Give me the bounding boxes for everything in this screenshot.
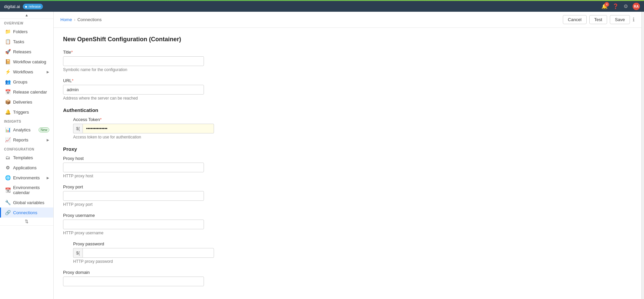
nav-right: 🔔 4 ❓ ⚙ RA bbox=[601, 3, 640, 10]
sidebar-item-workflows[interactable]: ⚡ Workflows ▶ bbox=[0, 67, 53, 77]
help-icon[interactable]: ❓ bbox=[612, 3, 619, 9]
chevron-right-icon: ▶ bbox=[47, 138, 49, 142]
save-button[interactable]: Save bbox=[610, 15, 630, 24]
sidebar-item-environments[interactable]: 🌐 Environments ▶ bbox=[0, 173, 53, 183]
access-token-hint: Access token to use for authentication bbox=[73, 135, 632, 139]
cancel-button[interactable]: Cancel bbox=[563, 15, 586, 24]
title-label: Title* bbox=[63, 50, 632, 55]
sidebar: ▲ OVERVIEW 📁 Folders 📋 Tasks 🚀 Releases … bbox=[0, 12, 54, 299]
sidebar-item-analytics[interactable]: 📊 Analytics New bbox=[0, 125, 53, 135]
user-avatar[interactable]: RA bbox=[633, 3, 640, 10]
chevron-right-icon: ▶ bbox=[47, 70, 49, 74]
sidebar-item-label: Groups bbox=[13, 79, 49, 84]
sidebar-item-triggers[interactable]: 🔔 Triggers bbox=[0, 107, 53, 117]
sidebar-item-label: Tasks bbox=[13, 39, 49, 44]
proxy-port-label: Proxy port bbox=[63, 184, 632, 189]
title-input[interactable] bbox=[63, 56, 204, 66]
sidebar-item-label: Global variables bbox=[13, 200, 49, 205]
sidebar-item-label: Environments calendar bbox=[13, 185, 49, 195]
new-badge: New bbox=[39, 127, 49, 132]
notification-badge: 4 bbox=[604, 2, 609, 7]
sidebar-scroll-down[interactable]: ⇅ bbox=[0, 218, 53, 226]
connections-icon: 🔗 bbox=[5, 210, 10, 215]
proxy-pass-prefix: ${ bbox=[73, 248, 83, 258]
workflows-icon: ⚡ bbox=[5, 69, 10, 74]
sidebar-item-templates[interactable]: 🗂 Templates bbox=[0, 153, 53, 163]
breadcrumb-separator: › bbox=[74, 17, 75, 22]
right-scrollbar bbox=[641, 12, 644, 299]
main-layout: ▲ OVERVIEW 📁 Folders 📋 Tasks 🚀 Releases … bbox=[0, 12, 644, 299]
sidebar-item-label: Folders bbox=[13, 29, 49, 34]
form-content: New OpenShift Configuration (Container) … bbox=[54, 28, 641, 299]
sidebar-item-tasks[interactable]: 📋 Tasks bbox=[0, 37, 53, 47]
sidebar-scroll-up[interactable]: ▲ bbox=[0, 12, 53, 19]
sidebar-item-label: Triggers bbox=[13, 110, 49, 115]
access-token-label: Access Token* bbox=[73, 117, 632, 122]
sidebar-item-folders[interactable]: 📁 Folders bbox=[0, 26, 53, 37]
sidebar-item-reports[interactable]: 📈 Reports ▶ bbox=[0, 135, 53, 145]
title-hint: Symbolic name for the configuration bbox=[63, 67, 632, 72]
proxy-domain-label: Proxy domain bbox=[63, 270, 632, 275]
nav-left: digital.ai ● release bbox=[4, 4, 43, 9]
url-group: URL* Address where the server can be rea… bbox=[63, 78, 632, 101]
sidebar-item-releases[interactable]: 🚀 Releases bbox=[0, 47, 53, 57]
sidebar-item-label: Templates bbox=[13, 155, 49, 160]
proxy-host-input[interactable] bbox=[63, 163, 204, 172]
tasks-icon: 📋 bbox=[5, 39, 10, 44]
sidebar-item-label: Deliveries bbox=[13, 100, 49, 105]
sidebar-item-label: Applications bbox=[13, 165, 49, 170]
proxy-host-group: Proxy host HTTP proxy host bbox=[63, 156, 632, 178]
proxy-password-group: Proxy password ${ HTTP proxy password bbox=[63, 241, 632, 264]
access-token-input[interactable] bbox=[83, 124, 214, 133]
url-input[interactable] bbox=[63, 85, 204, 95]
content-area: Home › Connections Cancel Test Save ℹ Ne… bbox=[54, 12, 641, 299]
breadcrumb-home[interactable]: Home bbox=[60, 17, 72, 22]
title-required: * bbox=[71, 50, 73, 55]
folders-icon: 📁 bbox=[5, 29, 10, 34]
workflow-catalog-icon: 📔 bbox=[5, 59, 10, 64]
sidebar-item-release-calendar[interactable]: 📅 Release calendar bbox=[0, 87, 53, 97]
proxy-port-input[interactable] bbox=[63, 191, 204, 201]
sidebar-item-groups[interactable]: 👥 Groups bbox=[0, 77, 53, 87]
header-actions: Cancel Test Save ℹ bbox=[563, 15, 635, 24]
sidebar-item-applications[interactable]: ⚙ Applications bbox=[0, 163, 53, 173]
top-navigation: digital.ai ● release 🔔 4 ❓ ⚙ RA bbox=[0, 1, 644, 12]
proxy-domain-group: Proxy domain bbox=[63, 270, 632, 286]
sidebar-item-label: Workflow catalog bbox=[13, 59, 49, 64]
proxy-port-hint: HTTP proxy port bbox=[63, 202, 632, 207]
analytics-icon: 📊 bbox=[5, 127, 10, 132]
test-button[interactable]: Test bbox=[589, 15, 607, 24]
sidebar-item-connections[interactable]: 🔗 Connections bbox=[0, 207, 53, 218]
sidebar-item-label: Environments bbox=[13, 175, 44, 180]
environments-icon: 🌐 bbox=[5, 175, 10, 180]
sidebar-item-workflow-catalog[interactable]: 📔 Workflow catalog bbox=[0, 57, 53, 67]
product-badge: ● release bbox=[23, 4, 43, 9]
info-icon[interactable]: ℹ bbox=[633, 16, 635, 23]
sidebar-item-label: Analytics bbox=[13, 127, 36, 132]
sidebar-item-label: Connections bbox=[13, 210, 49, 215]
url-hint: Address where the server can be reached bbox=[63, 96, 632, 101]
notification-icon[interactable]: 🔔 4 bbox=[601, 3, 608, 9]
proxy-username-group: Proxy username HTTP proxy username bbox=[63, 213, 632, 235]
sidebar-item-deliveries[interactable]: 📦 Deliveries bbox=[0, 97, 53, 107]
global-variables-icon: 🔧 bbox=[5, 200, 10, 205]
sidebar-item-label: Releases bbox=[13, 49, 49, 54]
overview-section-label: OVERVIEW bbox=[0, 19, 53, 26]
sidebar-item-global-variables[interactable]: 🔧 Global variables bbox=[0, 197, 53, 207]
settings-icon[interactable]: ⚙ bbox=[624, 3, 628, 9]
proxy-domain-input[interactable] bbox=[63, 277, 204, 286]
proxy-username-input[interactable] bbox=[63, 220, 204, 229]
release-calendar-icon: 📅 bbox=[5, 89, 10, 95]
access-token-wrapper: ${ bbox=[73, 124, 214, 133]
proxy-password-input[interactable] bbox=[83, 248, 214, 258]
token-prefix: ${ bbox=[73, 124, 83, 133]
environments-calendar-icon: 📆 bbox=[5, 187, 10, 193]
applications-icon: ⚙ bbox=[5, 165, 10, 170]
proxy-port-group: Proxy port HTTP proxy port bbox=[63, 184, 632, 207]
breadcrumb: Home › Connections bbox=[60, 17, 102, 22]
sidebar-item-environments-calendar[interactable]: 📆 Environments calendar bbox=[0, 183, 53, 197]
proxy-host-hint: HTTP proxy host bbox=[63, 174, 632, 178]
title-group: Title* Symbolic name for the configurati… bbox=[63, 50, 632, 72]
proxy-username-hint: HTTP proxy username bbox=[63, 231, 632, 235]
proxy-username-label: Proxy username bbox=[63, 213, 632, 218]
